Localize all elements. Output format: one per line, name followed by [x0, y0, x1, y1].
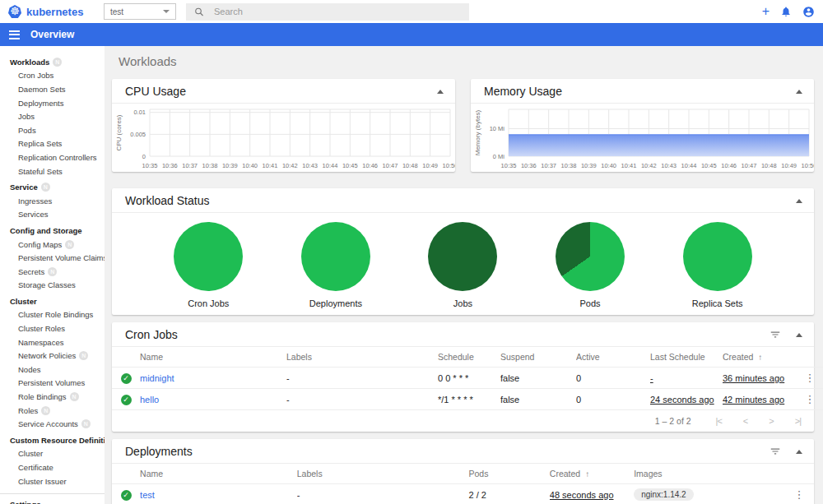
sidebar-item-nodes[interactable]: Nodes [0, 363, 105, 377]
sidebar-item-service[interactable]: ServiceN [0, 180, 105, 194]
last-page-icon[interactable]: >| [795, 416, 801, 426]
sidebar-item-roles[interactable]: RolesN [0, 404, 105, 418]
sidebar-item-stateful-sets[interactable]: Stateful Sets [0, 164, 105, 178]
sidebar-item-workloads[interactable]: WorkloadsN [0, 55, 105, 69]
sidebar-item-label: Pods [18, 126, 36, 135]
sidebar-item-cron-jobs[interactable]: Cron Jobs [0, 69, 105, 83]
first-page-icon[interactable]: |< [716, 416, 722, 426]
sidebar-item-custom-resource-definitions[interactable]: Custom Resource Definitions [0, 433, 105, 447]
sidebar-item-services[interactable]: Services [0, 208, 105, 222]
sidebar-item-cluster-roles[interactable]: Cluster Roles [0, 321, 105, 335]
cell-suspend: false [500, 389, 576, 410]
deployments-table: NameLabelsPodsCreated↑Images✓test-2 / 24… [112, 464, 814, 504]
sidebar-item-secrets[interactable]: SecretsN [0, 265, 105, 279]
sidebar-item-namespaces[interactable]: Namespaces [0, 335, 105, 349]
svg-text:10:38: 10:38 [561, 162, 577, 169]
memory-usage-title: Memory Usage [484, 85, 562, 98]
collapse-icon[interactable] [796, 90, 802, 94]
pie-chart [683, 222, 752, 291]
sort-ascending-icon: ↑ [585, 469, 589, 479]
create-resource-icon[interactable]: + [762, 5, 770, 18]
sidebar-item-label: Roles [18, 406, 38, 415]
resource-name-link[interactable]: test [140, 490, 155, 500]
sidebar-item-cluster[interactable]: Cluster [0, 294, 105, 308]
sidebar-item-label: Config Maps [18, 240, 62, 249]
collapse-icon[interactable] [437, 90, 444, 94]
column-header-created[interactable]: Created↑ [723, 347, 802, 368]
svg-text:10:41: 10:41 [263, 162, 278, 169]
relative-time-link[interactable]: - [650, 373, 653, 383]
notifications-bell-icon[interactable] [780, 6, 792, 17]
next-page-icon[interactable]: > [769, 416, 773, 426]
column-header-name[interactable]: Name [140, 347, 286, 368]
kebab-menu-icon[interactable]: ⋮ [805, 372, 816, 384]
sidebar-item-config-maps[interactable]: Config MapsN [0, 238, 105, 252]
namespaced-badge: N [53, 58, 62, 67]
sidebar-item-label: Custom Resource Definitions [10, 436, 105, 445]
sidebar-item-service-accounts[interactable]: Service AccountsN [0, 417, 105, 431]
svg-text:10:40: 10:40 [601, 162, 616, 169]
filter-icon[interactable] [770, 329, 781, 340]
cell-labels: - [286, 389, 438, 410]
column-header-schedule[interactable]: Schedule [438, 347, 500, 368]
collapse-icon[interactable] [796, 450, 802, 454]
column-header-suspend[interactable]: Suspend [500, 347, 576, 368]
relative-time-link[interactable]: 48 seconds ago [550, 490, 614, 500]
svg-text:10:47: 10:47 [742, 162, 757, 169]
sidebar-item-ingresses[interactable]: Ingresses [0, 194, 105, 208]
sidebar-item-replica-sets[interactable]: Replica Sets [0, 137, 105, 151]
column-header-labels[interactable]: Labels [286, 347, 438, 368]
cell-created: 36 minutes ago [723, 368, 802, 389]
column-header-name[interactable]: Name [140, 464, 297, 484]
sidebar-item-cluster[interactable]: Cluster [0, 447, 105, 461]
relative-time-link[interactable]: 42 minutes ago [723, 395, 784, 405]
svg-text:10:35: 10:35 [501, 162, 517, 169]
sidebar-item-jobs[interactable]: Jobs [0, 109, 105, 123]
sidebar-item-daemon-sets[interactable]: Daemon Sets [0, 82, 105, 96]
sidebar-item-network-policies[interactable]: Network PoliciesN [0, 349, 105, 363]
sidebar-item-label: Service Accounts [18, 419, 78, 428]
svg-text:10:49: 10:49 [422, 162, 438, 169]
sidebar-item-storage-classes[interactable]: Storage Classes [0, 279, 105, 293]
filter-icon[interactable] [770, 446, 781, 457]
user-account-icon[interactable] [802, 6, 815, 18]
sidebar-item-replication-controllers[interactable]: Replication Controllers [0, 150, 105, 164]
svg-text:10:39: 10:39 [581, 162, 597, 169]
column-header-created[interactable]: Created↑ [550, 464, 634, 484]
column-header-images[interactable]: Images [634, 464, 791, 484]
column-header-last-schedule[interactable]: Last Schedule [650, 347, 723, 368]
sidebar-item-persistent-volume-claims[interactable]: Persistent Volume ClaimsN [0, 251, 105, 265]
menu-hamburger-icon[interactable] [9, 30, 20, 39]
sidebar-item-pods[interactable]: Pods [0, 123, 105, 137]
relative-time-link[interactable]: 24 seconds ago [650, 395, 714, 405]
sidebar-item-settings[interactable]: Settings [0, 497, 105, 504]
svg-text:10:43: 10:43 [302, 162, 318, 169]
collapse-icon[interactable] [796, 333, 802, 337]
search-input[interactable] [214, 7, 461, 16]
sidebar-item-label: Cluster Issuer [18, 477, 67, 486]
sidebar-item-deployments[interactable]: Deployments [0, 96, 105, 110]
column-header-labels[interactable]: Labels [297, 464, 469, 484]
namespaced-badge: N [70, 392, 79, 401]
collapse-icon[interactable] [796, 199, 802, 203]
resource-name-link[interactable]: midnight [140, 373, 174, 383]
sidebar-item-cluster-role-bindings[interactable]: Cluster Role Bindings [0, 308, 105, 322]
column-header-active[interactable]: Active [576, 347, 650, 368]
cell-name: hello [140, 389, 286, 410]
column-header-pods[interactable]: Pods [468, 464, 549, 484]
sidebar-item-cluster-issuer[interactable]: Cluster Issuer [0, 474, 105, 488]
cpu-usage-title: CPU Usage [125, 85, 186, 98]
sidebar-item-persistent-volumes[interactable]: Persistent Volumes [0, 377, 105, 391]
workload-pie-replica-sets: Replica Sets [683, 222, 752, 308]
cell-images: nginx:1.14.2 [634, 484, 791, 504]
resource-name-link[interactable]: hello [140, 395, 159, 405]
namespace-selector[interactable]: test [104, 3, 176, 20]
kebab-menu-icon[interactable]: ⋮ [793, 488, 804, 501]
kubernetes-logo[interactable]: ☸ kubernetes [0, 5, 95, 18]
previous-page-icon[interactable]: < [743, 416, 747, 426]
sidebar-item-config-and-storage[interactable]: Config and Storage [0, 224, 105, 238]
relative-time-link[interactable]: 36 minutes ago [723, 373, 784, 383]
sidebar-item-certificate[interactable]: Certificate [0, 460, 105, 474]
sidebar-item-role-bindings[interactable]: Role BindingsN [0, 390, 105, 404]
kebab-menu-icon[interactable]: ⋮ [805, 393, 816, 405]
